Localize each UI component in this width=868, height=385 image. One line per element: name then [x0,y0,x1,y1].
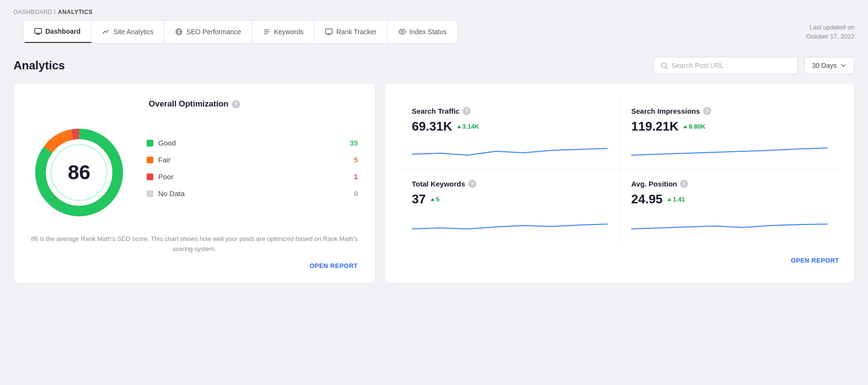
open-report-right-link[interactable]: OPEN REPORT [400,257,839,264]
search-traffic-sparkline [412,141,608,160]
svg-line-13 [665,67,667,69]
header-controls: 30 Days [653,57,854,74]
legend-dot-good [147,140,153,146]
last-updated-date: October 17, 2022 [806,32,854,41]
page-title: Analytics [14,59,65,72]
legend-label-good: Good [158,139,176,147]
legend-good: Good 35 [147,139,358,147]
tab-dashboard-label: Dashboard [45,27,81,35]
search-impressions-sparkline [631,141,827,160]
tab-index-status-label: Index Status [409,28,447,36]
optimization-legend: Good 35 Fair 5 Poor 1 [147,139,358,206]
tab-site-analytics[interactable]: Site Analytics [92,21,164,43]
avg-position-label: Avg. Position [631,180,677,188]
chevron-down-icon [841,63,846,68]
search-url-field[interactable] [653,57,798,74]
legend-value-good: 35 [350,139,358,147]
last-updated: Last updated on October 17, 2022 [806,23,854,41]
search-traffic-label: Search Traffic [412,107,460,115]
legend-label-nodata: No Data [158,189,185,198]
optimization-description: 86 is the average Rank Math's SEO score.… [31,234,358,254]
metrics-grid: Search Traffic ? 69.31K 3.14K Search [400,97,839,242]
search-impressions-value: 119.21K [631,119,678,134]
tab-bar: Dashboard Site Analytics SEO Performanc [23,20,458,43]
tab-rank-tracker[interactable]: Rank Tracker [314,21,387,43]
total-keywords-arrow [431,198,434,201]
svg-point-11 [401,31,403,33]
legend-value-fair: 5 [354,156,358,164]
svg-rect-9 [326,29,332,34]
tab-index-status[interactable]: Index Status [388,21,458,43]
legend-value-nodata: 0 [354,189,358,198]
total-keywords-help-icon[interactable]: ? [468,180,476,188]
tab-seo-performance[interactable]: SEO Performance [164,21,252,43]
legend-dot-poor [147,173,153,180]
donut-chart: 86 [31,124,127,221]
total-keywords-sparkline [412,213,608,233]
avg-position-arrow [667,198,671,201]
legend-fair: Fair 5 [147,156,358,164]
search-icon [661,62,668,69]
tab-rank-tracker-label: Rank Tracker [336,28,376,36]
page-header: Analytics 30 Days [0,43,868,84]
avg-position-help-icon[interactable]: ? [680,180,688,188]
breadcrumb-separator: / [54,9,58,15]
tab-seo-performance-label: SEO Performance [186,28,241,36]
metrics-card: Search Traffic ? 69.31K 3.14K Search [385,84,854,283]
avg-position-delta: 1.41 [667,196,685,203]
total-keywords-label: Total Keywords [412,180,465,188]
search-traffic-delta: 3.14K [457,123,479,130]
avg-position-value: 24.95 [631,192,663,207]
list-icon [263,28,271,36]
optimization-help-icon[interactable]: ? [232,100,240,108]
search-traffic-help-icon[interactable]: ? [462,107,471,115]
right-card-footer: OPEN REPORT [400,242,839,264]
main-content: Overall Optimization ? [0,84,868,296]
metric-search-traffic: Search Traffic ? 69.31K 3.14K [400,97,620,170]
search-traffic-value: 69.31K [412,119,452,134]
tab-site-analytics-label: Site Analytics [113,28,153,36]
total-keywords-value: 37 [412,192,426,207]
legend-label-fair: Fair [158,156,171,164]
breadcrumb-current: ANALYTICS [58,9,93,15]
chart-icon [102,28,110,36]
legend-poor: Poor 1 [147,173,358,181]
tab-keywords-label: Keywords [274,28,303,36]
days-dropdown[interactable]: 30 Days [804,57,854,74]
search-impressions-delta: 9.80K [683,123,705,130]
search-impressions-label: Search Impressions [631,107,700,115]
legend-nodata: No Data 0 [147,189,358,198]
search-url-input[interactable] [672,62,791,69]
optimization-title: Overall Optimization ? [31,99,358,109]
breadcrumb: DASHBOARD / ANALYTICS [0,0,868,20]
eye-icon [398,28,406,36]
avg-position-sparkline [631,213,827,233]
last-updated-label: Last updated on [806,23,854,32]
search-impressions-help-icon[interactable]: ? [703,107,711,115]
tab-dashboard[interactable]: Dashboard [24,21,92,43]
metric-search-impressions: Search Impressions ? 119.21K 9.80K [620,97,839,170]
tab-bar-container: Dashboard Site Analytics SEO Performanc [0,20,868,43]
breadcrumb-prefix: DASHBOARD [14,9,53,15]
seo-icon [175,28,183,36]
metric-total-keywords: Total Keywords ? 37 5 [400,170,620,242]
monitor-icon [34,27,42,35]
tab-keywords[interactable]: Keywords [252,21,314,43]
svg-rect-0 [35,28,41,33]
legend-value-poor: 1 [354,173,358,181]
search-impressions-arrow [683,125,687,128]
open-report-left-link[interactable]: OPEN REPORT [31,262,358,269]
total-keywords-delta: 5 [431,196,439,203]
metric-avg-position: Avg. Position ? 24.95 1.41 [620,170,839,242]
legend-dot-nodata [147,190,153,197]
days-dropdown-label: 30 Days [812,62,837,69]
optimization-body: 86 Good 35 Fair 5 [31,124,358,221]
legend-label-poor: Poor [158,173,174,181]
optimization-card: Overall Optimization ? [14,84,375,283]
rank-icon [325,28,333,36]
donut-score: 86 [68,161,91,184]
search-traffic-arrow [457,125,461,128]
legend-dot-fair [147,157,153,163]
